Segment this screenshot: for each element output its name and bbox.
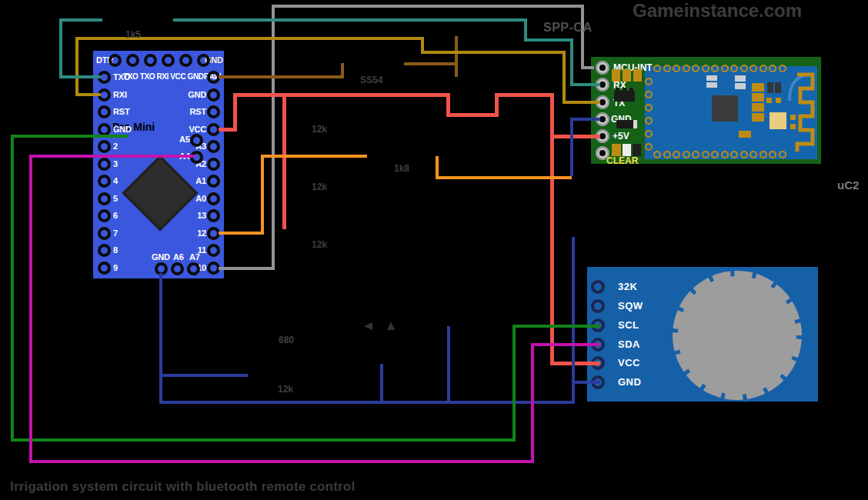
wire-orange-10 bbox=[219, 156, 367, 233]
component-value-label-12k-7: 12k bbox=[278, 384, 293, 395]
antenna-trace bbox=[797, 75, 813, 152]
wire-green-18 bbox=[12, 136, 600, 440]
component-value-label-680-6: 680 bbox=[279, 335, 294, 345]
wire-navy-13 bbox=[161, 237, 573, 402]
wires-layer bbox=[0, 0, 868, 500]
wire-gray-0 bbox=[219, 6, 594, 268]
component-value-label-12k-3: 12k bbox=[312, 182, 327, 192]
mcu-annotation-label: uC2 bbox=[837, 178, 859, 192]
component-mark-0 bbox=[364, 322, 372, 330]
component-value-label-SS54-1: SS54 bbox=[360, 75, 382, 85]
bluetooth-module-name-label: SPP-CA bbox=[543, 21, 592, 35]
watermark-text: Gameinstance.com bbox=[633, 0, 802, 22]
wire-brown-1 bbox=[219, 63, 342, 77]
component-mark-1 bbox=[387, 322, 395, 330]
wire-teal-5 bbox=[61, 20, 102, 77]
wire-red-7 bbox=[219, 95, 600, 363]
component-value-label-12k-2: 12k bbox=[312, 124, 327, 135]
component-value-label-1k5-0: 1k5 bbox=[125, 29, 141, 40]
component-value-label-1k8-5: 1k8 bbox=[394, 163, 409, 174]
component-value-label-12k-4: 12k bbox=[312, 239, 327, 250]
circuit-diagram-canvas: Gameinstance.com SPP-CA uC2 Irrigation s… bbox=[0, 0, 868, 500]
diagram-caption: Irrigation system circuit with bluetooth… bbox=[10, 479, 355, 495]
wire-navy-12 bbox=[572, 119, 600, 176]
